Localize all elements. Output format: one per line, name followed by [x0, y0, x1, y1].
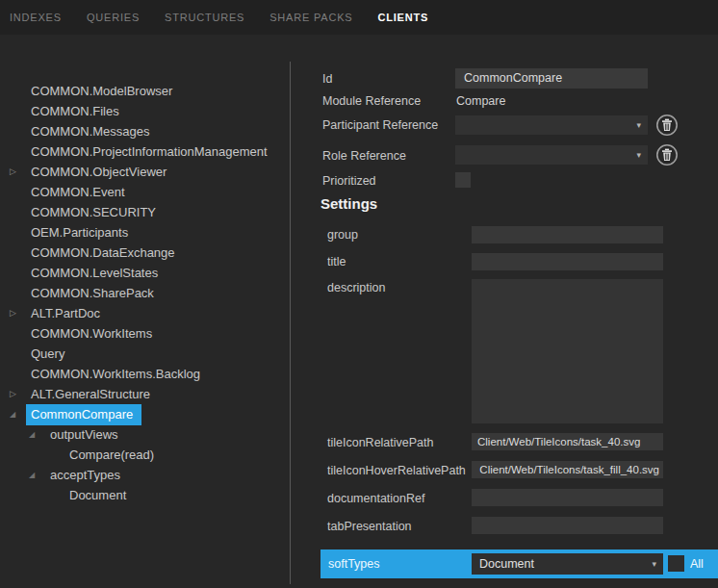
tree-item[interactable]: COMMON.DataExchange [0, 243, 289, 263]
softtype-tree: COMMON.ModelBrowser COMMON.Files COMMON.… [0, 81, 289, 505]
expander-expanded-icon[interactable]: ◢ [27, 465, 50, 485]
trash-icon [655, 114, 679, 137]
tree-item[interactable]: COMMON.Messages [0, 121, 289, 141]
tab-presentation-input[interactable] [472, 517, 663, 534]
tree-item[interactable]: Query [0, 344, 289, 364]
tree-item-label: ALT.GeneralStructure [31, 385, 150, 403]
tree-item-label: COMMON.SECURITY [31, 203, 156, 221]
expander-collapsed-icon[interactable]: ▷ [8, 384, 31, 404]
id-label: Id [322, 72, 332, 86]
tree-item-label: COMMON.LevelStates [31, 264, 158, 282]
tree-item-label: COMMON.Event [31, 183, 125, 201]
app-window: INDEXES QUERIES STRUCTURES SHARE PACKS C… [0, 0, 718, 588]
tree-item-label: COMMON.Files [31, 102, 119, 120]
tile-icon-hover-relative-path-input[interactable]: Client/Web/TileIcons/task_fill_40.svg [472, 461, 663, 478]
expander-expanded-icon[interactable]: ◢ [27, 424, 50, 445]
tab-clients[interactable]: CLIENTS [377, 12, 428, 23]
tree-item[interactable]: ◢acceptTypes [0, 465, 289, 485]
role-reference-value [455, 149, 463, 163]
tree-item-label: Query [31, 345, 64, 363]
tree-item[interactable]: COMMON.LevelStates [0, 263, 289, 283]
tree-item-label: CommonCompare [26, 404, 141, 425]
tree-item[interactable]: COMMON.WorkItems [0, 323, 289, 344]
prioritized-label: Prioritized [322, 174, 376, 188]
top-tab-bar: INDEXES QUERIES STRUCTURES SHARE PACKS C… [0, 0, 718, 35]
tree-item-label: acceptTypes [50, 466, 120, 484]
expander-collapsed-icon[interactable]: ▷ [8, 162, 31, 182]
tree-item[interactable]: COMMON.SharePack [0, 283, 289, 303]
description-label: description [327, 281, 385, 294]
module-reference-label: Module Reference [322, 94, 421, 108]
all-checkbox[interactable] [668, 555, 684, 572]
softtypes-select[interactable]: Document ▾ [472, 553, 663, 575]
tree-item[interactable]: COMMON.SECURITY [0, 202, 289, 222]
tree-item-label: COMMON.Messages [31, 122, 150, 141]
tree-item-label: outputViews [50, 425, 118, 444]
documentation-ref-input[interactable] [472, 489, 663, 506]
tree-item[interactable]: COMMON.Event [0, 182, 289, 202]
tree-item-selected[interactable]: ◢CommonCompare [0, 404, 289, 424]
participant-reference-select[interactable]: ▾ [455, 115, 648, 135]
group-label: group [327, 228, 358, 242]
group-input[interactable] [472, 226, 663, 243]
tree-item-label: COMMON.WorkItems [31, 324, 152, 343]
delete-participant-reference-button[interactable] [655, 114, 679, 137]
module-reference-value: Compare [456, 94, 505, 108]
tile-icon-hover-relative-path-label: tileIconHoverRelativePath [327, 464, 466, 477]
role-reference-select[interactable]: ▾ [455, 145, 648, 165]
chevron-down-icon: ▾ [636, 151, 641, 160]
tree-item[interactable]: OEM.Participants [0, 222, 289, 243]
tree-item-label: COMMON.DataExchange [31, 243, 175, 262]
participant-reference-label: Participant Reference [322, 118, 438, 132]
settings-heading: Settings [321, 195, 377, 212]
tree-item[interactable]: ▷ALT.PartDoc [0, 303, 289, 323]
description-textarea[interactable] [472, 279, 663, 423]
tree-item-label: COMMON.ModelBrowser [31, 82, 172, 100]
tree-item-label: Document [69, 486, 126, 504]
tree-item[interactable]: COMMON.WorkItems.Backlog [0, 364, 289, 384]
tab-structures[interactable]: STRUCTURES [165, 12, 244, 23]
delete-role-reference-button[interactable] [655, 143, 679, 166]
softtypes-row[interactable]: softTypes Document ▾ All [321, 550, 718, 578]
chevron-down-icon: ▾ [636, 121, 641, 130]
tree-item-label: ALT.PartDoc [31, 304, 100, 322]
tree-item[interactable]: ▷ALT.GeneralStructure [0, 384, 289, 404]
tree-item-label: OEM.Participants [31, 223, 128, 242]
tree-item-label: COMMON.ObjectViewer [31, 163, 167, 181]
softtypes-selected-value: Document [472, 557, 534, 571]
softtypes-label: softTypes [328, 557, 380, 571]
expander-collapsed-icon[interactable]: ▷ [8, 303, 31, 323]
tree-item-label: COMMON.WorkItems.Backlog [31, 365, 200, 383]
chevron-down-icon: ▾ [652, 560, 656, 569]
all-label: All [690, 557, 704, 571]
tree-item-label: COMMON.SharePack [31, 284, 154, 302]
tree-item[interactable]: COMMON.ModelBrowser [0, 81, 289, 101]
participant-reference-value [455, 119, 463, 133]
tab-share-packs[interactable]: SHARE PACKS [269, 12, 352, 23]
role-reference-label: Role Reference [322, 149, 406, 163]
tree-item[interactable]: COMMON.Files [0, 101, 289, 121]
documentation-ref-label: documentationRef [327, 492, 424, 505]
tree-item[interactable]: ◢outputViews [0, 424, 289, 445]
panel-divider [290, 62, 291, 584]
tile-icon-relative-path-label: tileIconRelativePath [327, 436, 433, 449]
id-input[interactable]: CommonCompare [455, 68, 648, 89]
tree-item-label: Compare(read) [69, 446, 154, 464]
title-label: title [327, 255, 346, 268]
tab-presentation-label: tabPresentation [327, 520, 412, 533]
title-input[interactable] [472, 253, 663, 270]
tree-item[interactable]: COMMON.ProjectInformationManagement [0, 141, 289, 162]
trash-icon [655, 143, 679, 166]
prioritized-checkbox[interactable] [455, 172, 471, 188]
tab-indexes[interactable]: INDEXES [10, 12, 62, 23]
tile-icon-hover-relative-path-value: Client/Web/TileIcons/task_fill_40.svg [479, 461, 659, 478]
tree-item[interactable]: ▷COMMON.ObjectViewer [0, 162, 289, 182]
tree-item[interactable]: Compare(read) [0, 445, 289, 465]
tree-item-label: COMMON.ProjectInformationManagement [31, 142, 268, 161]
tree-item[interactable]: Document [0, 485, 289, 505]
tile-icon-relative-path-input[interactable]: Client/Web/TileIcons/task_40.svg [472, 433, 663, 450]
tab-queries[interactable]: QUERIES [87, 12, 140, 23]
